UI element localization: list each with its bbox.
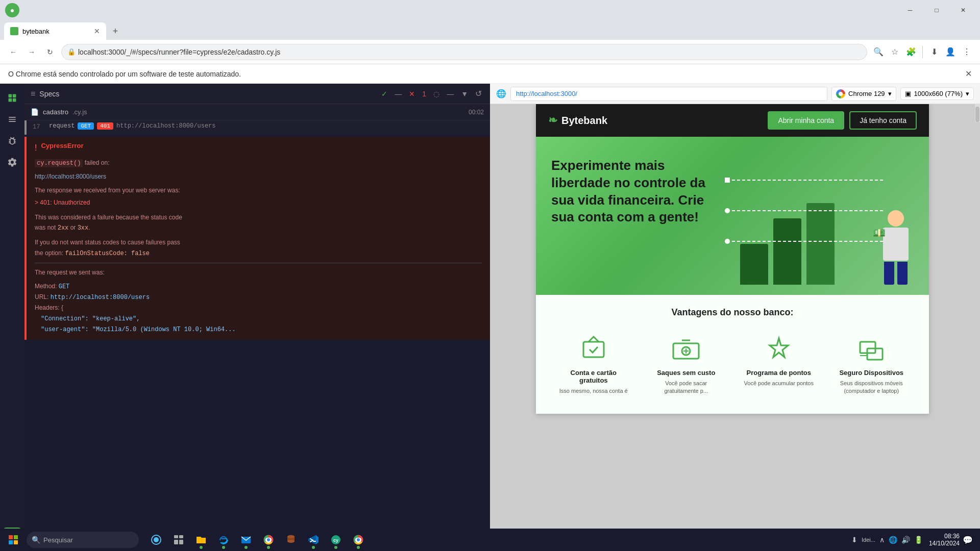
- error-request-sent: The request we sent was:: [35, 267, 482, 278]
- close-button[interactable]: ✕: [951, 3, 975, 18]
- cypress-nav-specs[interactable]: [3, 89, 21, 107]
- taskbar-app-mail[interactable]: [235, 529, 257, 551]
- tray-caret[interactable]: ∧: [879, 536, 885, 544]
- tray-network[interactable]: 🌐: [889, 536, 897, 544]
- browser-badge[interactable]: Chrome 129 ▾: [831, 87, 896, 101]
- preview-vscroll-thumb: [975, 107, 979, 122]
- taskbar-app-db[interactable]: [280, 529, 302, 551]
- error-section-failed-on: cy.request() failed on:: [35, 158, 482, 168]
- bytebank-hero: Experimente mais liberdade no controle d…: [536, 137, 929, 295]
- header-menu-icon[interactable]: ≡: [31, 89, 35, 98]
- taskbar-search[interactable]: 🔍 Pesquisar: [27, 532, 139, 548]
- menu-button[interactable]: ⋮: [960, 45, 974, 59]
- error-code-cy-request: cy.request(): [35, 159, 83, 167]
- taskbar-cortana[interactable]: [145, 529, 167, 551]
- date-display: 14/10/2024: [929, 540, 960, 547]
- svg-rect-13: [14, 540, 18, 544]
- bookmark-icon[interactable]: ☆: [888, 45, 902, 59]
- cypress-nav-bugs[interactable]: [3, 132, 21, 150]
- error-header-useragent: "user-agent": "Mozilla/5.0 (Windows NT 1…: [35, 324, 482, 335]
- preview-url-input[interactable]: [510, 87, 827, 101]
- taskbar-task-view[interactable]: [167, 529, 190, 551]
- notification-button[interactable]: 💬: [962, 534, 974, 546]
- warning-close-button[interactable]: ✕: [965, 69, 972, 79]
- tray-battery[interactable]: 🔋: [914, 536, 923, 544]
- svg-rect-16: [174, 535, 178, 538]
- test-log-area[interactable]: 17 request GET 401 http://localhost:8000…: [24, 120, 490, 551]
- tab-close-button[interactable]: ✕: [94, 27, 100, 35]
- test-file-header[interactable]: 📄 cadastro .cy.js 00:02: [24, 104, 490, 120]
- automation-warning-text: O Chrome está sendo controlado por um so…: [8, 70, 241, 78]
- tray-app1[interactable]: ⬇: [851, 536, 857, 544]
- address-container: 🔒: [61, 44, 867, 60]
- reload-button[interactable]: ↻: [43, 45, 57, 59]
- error-failure-reason: This was considered a failure because th…: [35, 212, 482, 234]
- cypress-icon-bar: cy: [0, 84, 24, 551]
- taskbar-app-explorer[interactable]: [190, 529, 212, 551]
- start-button[interactable]: [2, 529, 24, 551]
- test-file-ext: .cy.js: [72, 108, 87, 116]
- preview-vertical-scrollbar[interactable]: [975, 104, 980, 122]
- benefits-title: Vantagens do nosso banco:: [551, 307, 914, 318]
- address-bar-row: ← → ↻ 🔒 🔍 ☆ 🧩 ⬇ 👤 ⋮: [0, 40, 980, 64]
- active-tab[interactable]: bytebank ✕: [4, 22, 106, 40]
- address-input[interactable]: [61, 44, 867, 60]
- file-icon: 📄: [31, 108, 39, 116]
- logo-icon: ❧: [548, 114, 557, 127]
- badge-401: 401: [97, 122, 113, 130]
- cypress-nav-run[interactable]: [3, 110, 21, 129]
- error-header-connection: "Connection": "keep-alive",: [35, 313, 482, 324]
- back-button[interactable]: ←: [6, 45, 20, 59]
- taskbar-app-chrome[interactable]: [257, 529, 280, 551]
- app-dot: [312, 546, 315, 549]
- pass-icon: ✓: [379, 89, 389, 99]
- profile-icon[interactable]: ●: [5, 3, 19, 17]
- svg-rect-11: [14, 535, 18, 539]
- taskbar-app-edge[interactable]: [212, 529, 235, 551]
- svg-rect-19: [179, 540, 183, 544]
- forward-button[interactable]: →: [24, 45, 39, 59]
- cypress-header: ≡ Specs ✓ — ✕ 1 ◌ — ▼ ↺: [24, 84, 490, 104]
- benefit-card-points: Programa de pontos Você pode acumular po…: [737, 328, 821, 402]
- time-display: 08:36: [929, 533, 960, 540]
- new-tab-button[interactable]: +: [108, 24, 122, 38]
- taskbar-app-vscode[interactable]: [302, 529, 325, 551]
- search-icon[interactable]: 🔍: [871, 45, 886, 59]
- login-button[interactable]: Já tenho conta: [849, 111, 917, 130]
- window-controls: ─ □ ✕: [898, 3, 975, 18]
- app-dot: [200, 546, 203, 549]
- taskbar-clock[interactable]: 08:36 14/10/2024: [929, 533, 960, 547]
- refresh-button[interactable]: ↺: [473, 88, 484, 99]
- browser-badge-label: Chrome 129: [848, 90, 885, 97]
- bytebank-logo-text: Bytebank: [561, 115, 607, 127]
- cypress-nav-settings[interactable]: [3, 153, 21, 171]
- bytebank-nav: ❧ Bytebank Abrir minha conta Já tenho co…: [536, 104, 929, 137]
- benefit-card-withdraw: Saques sem custo Você pode sacar gratuit…: [644, 328, 729, 402]
- chrome-icon: [836, 89, 845, 98]
- taskbar-app-chrome2[interactable]: [347, 529, 370, 551]
- preview-globe-icon: 🌐: [496, 89, 506, 98]
- taskbar-app-cypress[interactable]: cy: [325, 529, 347, 551]
- svg-rect-3: [13, 98, 16, 102]
- expand-button[interactable]: ▼: [459, 89, 470, 99]
- log-url: http://localhost:8000/users: [116, 122, 215, 130]
- minimize-button[interactable]: ─: [898, 3, 922, 18]
- tray-idei[interactable]: Idei...: [862, 537, 875, 543]
- size-badge-chevron: ▾: [966, 90, 969, 97]
- downloads-icon[interactable]: ⬇: [927, 45, 941, 59]
- svg-point-32: [357, 538, 360, 541]
- cypress-header-icons: ✓ — ✕ 1 ◌ — ▼ ↺: [379, 88, 484, 99]
- profile-button[interactable]: 👤: [943, 45, 958, 59]
- tray-sound[interactable]: 🔊: [901, 536, 910, 544]
- taskbar-app-icons: cy: [145, 529, 370, 551]
- size-badge[interactable]: ▣ 1000x660 (77%) ▾: [900, 87, 974, 100]
- log-line-request: 17 request GET 401 http://localhost:8000…: [24, 120, 490, 135]
- open-account-button[interactable]: Abrir minha conta: [768, 111, 844, 130]
- app-dot: [222, 546, 225, 549]
- system-tray: ⬇ Idei... ∧ 🌐 🔊 🔋 08:36 14/10/2024 💬: [847, 533, 978, 547]
- maximize-button[interactable]: □: [925, 3, 948, 18]
- extensions-icon[interactable]: 🧩: [904, 45, 918, 59]
- svg-rect-1: [13, 94, 16, 98]
- dash-icon: —: [393, 89, 404, 99]
- cypress-main: ≡ Specs ✓ — ✕ 1 ◌ — ▼ ↺ 📄 cadastro .cy.j…: [24, 84, 490, 551]
